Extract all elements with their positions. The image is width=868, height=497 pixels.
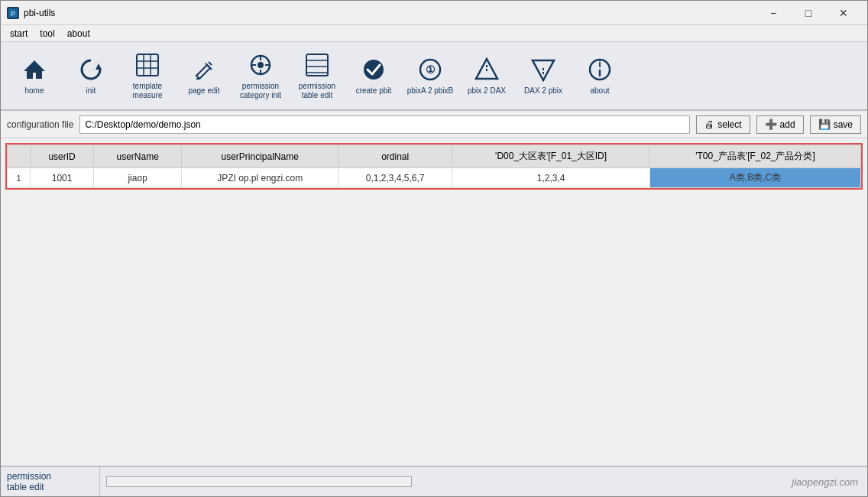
- cell-userid: 1001: [31, 168, 94, 188]
- page-edit-label: page edit: [188, 86, 219, 96]
- toolbar-about[interactable]: i about: [572, 45, 627, 106]
- scroll-region[interactable]: userID userName userPrincipalName ordina…: [1, 138, 867, 466]
- col-upn: userPrincipalName: [182, 145, 338, 168]
- page-edit-icon: [190, 56, 218, 83]
- toolbar-template-measure[interactable]: template measure: [120, 45, 175, 106]
- statusbar-progress: [100, 467, 782, 496]
- maximize-button[interactable]: □: [791, 1, 826, 25]
- cell-ordinal: 0,1,2,3,4,5,6,7: [338, 168, 452, 188]
- toolbar: home init template measure page edit per…: [1, 42, 867, 111]
- configbar-label: configuration file: [7, 119, 73, 130]
- menubar: start tool about: [1, 25, 867, 42]
- permission-table-edit-icon: [303, 51, 331, 79]
- svg-text:①: ①: [426, 63, 436, 76]
- pbixA2pbixB-icon: ①: [416, 56, 444, 83]
- titlebar: P pbi-utils − □ ✕: [1, 1, 867, 25]
- save-button[interactable]: 💾 save: [810, 115, 861, 134]
- init-label: init: [86, 86, 96, 96]
- add-button[interactable]: ➕ add: [756, 115, 804, 134]
- add-label: add: [780, 119, 795, 130]
- svg-marker-2: [24, 60, 45, 79]
- table-header-row: userID userName userPrincipalName ordina…: [8, 145, 861, 168]
- col-ordinal: ordinal: [338, 145, 452, 168]
- data-table-wrapper: userID userName userPrincipalName ordina…: [5, 143, 863, 190]
- toolbar-DAX2pbix[interactable]: DAX 2 pbix: [516, 45, 571, 106]
- toolbar-permission-category-init[interactable]: permission category init: [233, 45, 288, 106]
- cell-d00: 1,2,3,4: [452, 168, 650, 188]
- permission-category-init-label: permission category init: [236, 82, 285, 100]
- menu-tool[interactable]: tool: [34, 27, 60, 41]
- create-pbit-label: create pbit: [356, 86, 392, 96]
- col-userid: userID: [31, 145, 94, 168]
- init-icon: [77, 56, 105, 83]
- cell-num: 1: [8, 168, 31, 188]
- svg-text:i: i: [598, 58, 601, 70]
- progress-bar: [106, 476, 412, 487]
- pbix2DAX-icon: [473, 56, 500, 83]
- content-area: userID userName userPrincipalName ordina…: [1, 138, 867, 496]
- menu-start[interactable]: start: [4, 27, 34, 41]
- close-button[interactable]: ✕: [826, 1, 861, 25]
- toolbar-home[interactable]: home: [7, 45, 62, 106]
- app-title: pbi-utils: [24, 8, 55, 18]
- data-table: userID userName userPrincipalName ordina…: [7, 145, 861, 188]
- pbix2DAX-label: pbix 2 DAX: [468, 86, 506, 96]
- pbixA2pbixB-label: pbixA 2 pbixB: [407, 86, 454, 96]
- col-username: userName: [94, 145, 182, 168]
- DAX2pbix-label: DAX 2 pbix: [524, 86, 562, 96]
- select-button[interactable]: 🖨 select: [696, 115, 750, 134]
- toolbar-permission-table-edit[interactable]: permission table edit: [290, 45, 345, 106]
- toolbar-init[interactable]: init: [63, 45, 118, 106]
- toolbar-pbixA2pbixB[interactable]: ① pbixA 2 pbixB: [403, 45, 458, 106]
- cell-username: jiaop: [94, 168, 182, 188]
- about-label: about: [590, 86, 609, 96]
- status-line2: table edit: [7, 482, 93, 492]
- svg-text:P: P: [11, 10, 15, 18]
- col-d00: 'D00_大区表'[F_01_大区ID]: [452, 145, 650, 168]
- about-icon: i: [586, 56, 614, 83]
- home-icon: [21, 56, 48, 83]
- app-icon: P: [7, 7, 19, 19]
- cell-t00: A类,B类,C类: [650, 168, 861, 188]
- col-num: [8, 145, 31, 168]
- DAX2pbix-icon: [530, 56, 557, 83]
- permission-table-edit-label: permission table edit: [293, 82, 342, 100]
- app-window: P pbi-utils − □ ✕ start tool about home …: [0, 0, 868, 497]
- titlebar-left: P pbi-utils: [7, 7, 55, 19]
- col-t00: 'T00_产品表'[F_02_产品分类]: [650, 145, 861, 168]
- toolbar-pbix2DAX[interactable]: pbix 2 DAX: [459, 45, 514, 106]
- menu-about[interactable]: about: [61, 27, 96, 41]
- toolbar-create-pbit[interactable]: create pbit: [346, 45, 401, 106]
- window-controls: − □ ✕: [756, 1, 861, 25]
- statusbar: permission table edit jiaopengzi.com: [1, 466, 867, 496]
- svg-point-12: [257, 62, 264, 68]
- configbar-input[interactable]: [79, 115, 690, 134]
- watermark: jiaopengzi.com: [782, 467, 867, 496]
- permission-category-init-icon: [247, 51, 274, 79]
- template-measure-label: template measure: [123, 82, 172, 100]
- home-label: home: [24, 86, 44, 96]
- save-label: save: [834, 119, 853, 130]
- create-pbit-icon: [360, 56, 387, 83]
- add-icon: ➕: [765, 119, 777, 130]
- template-measure-icon: [134, 51, 161, 79]
- cell-upn: JPZI op.pl engzi.com: [182, 168, 338, 188]
- table-row: 1 1001 jiaop JPZI op.pl engzi.com 0,1,2,…: [8, 168, 861, 188]
- select-label: select: [717, 119, 741, 130]
- minimize-button[interactable]: −: [756, 1, 791, 25]
- svg-marker-3: [96, 63, 102, 70]
- statusbar-mode: permission table edit: [1, 467, 100, 496]
- svg-rect-4: [137, 54, 158, 76]
- save-icon: 💾: [818, 119, 831, 130]
- status-line1: permission: [7, 471, 93, 482]
- printer-icon: 🖨: [704, 119, 714, 130]
- toolbar-page-edit[interactable]: page edit: [177, 45, 232, 106]
- configbar: configuration file 🖨 select ➕ add 💾 save: [1, 111, 867, 138]
